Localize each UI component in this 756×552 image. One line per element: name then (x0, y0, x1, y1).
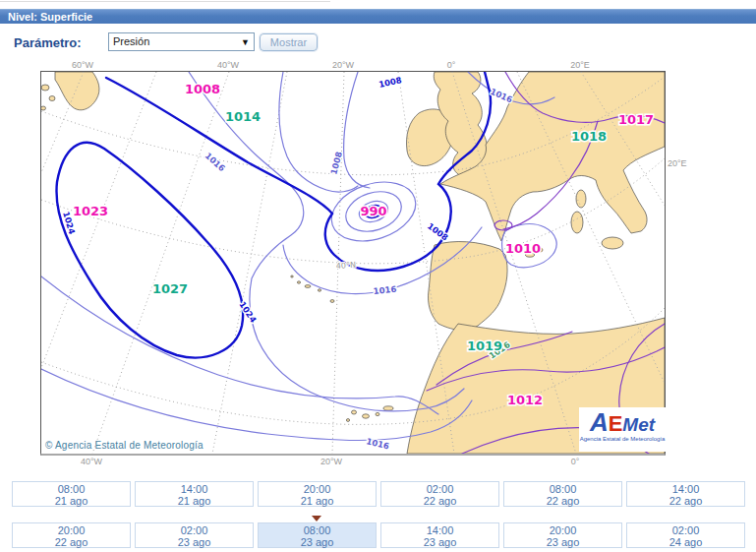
chevron-down-icon: ▼ (241, 33, 250, 51)
land-sicily (602, 237, 623, 249)
parameter-label: Parámetro: (14, 35, 82, 50)
axis-bottom-40w: 40°W (70, 457, 113, 466)
center-1010: 1010 (505, 241, 541, 256)
time-cell-2[interactable]: 20:0021 ago (258, 481, 377, 507)
axis-top-20e: 20°E (558, 60, 602, 70)
axis-bottom-0: 0° (553, 457, 597, 466)
center-1014: 1014 (225, 109, 261, 124)
time-cell-0[interactable]: 08:0021 ago (12, 481, 131, 507)
axis-right-20e: 20°E (664, 158, 707, 168)
time-cell-9[interactable]: 14:0023 ago (380, 522, 499, 548)
top-divider (0, 1, 330, 2)
parameter-select-value: Presión (113, 35, 149, 47)
time-cell-8-selected[interactable]: 08:0023 ago (258, 522, 377, 548)
center-1027: 1027 (152, 281, 188, 296)
time-cell-5[interactable]: 14:0022 ago (626, 481, 745, 507)
center-1012: 1012 (507, 393, 543, 407)
time-cell-6[interactable]: 20:0022 ago (12, 522, 131, 548)
axis-bottom-20w: 20°W (310, 457, 353, 466)
aemet-logo-caption: Agencia Estatal de Meteorología (579, 436, 666, 442)
pressure-map-canvas: 1024 1024 1008 1008 1008 1016 1016 1016 … (41, 72, 665, 454)
center-1017: 1017 (618, 112, 654, 127)
show-button[interactable]: Mostrar (260, 33, 318, 51)
level-title: Nivel: Superficie (8, 11, 92, 23)
time-cell-11[interactable]: 02:0024 ago (626, 522, 745, 548)
parameter-select[interactable]: Presión ▼ (108, 32, 255, 51)
axis-top-40w: 40°W (206, 60, 250, 70)
time-cell-1[interactable]: 14:0021 ago (135, 481, 254, 507)
axis-top-60w: 60°W (61, 60, 104, 70)
land-corsica (576, 190, 586, 208)
center-990: 990 (360, 204, 386, 218)
land-sardinia (571, 212, 583, 233)
time-cell-7[interactable]: 02:0023 ago (135, 522, 254, 548)
copyright-text: © Agencia Estatal de Meteorología (45, 440, 204, 451)
level-title-bar: Nivel: Superficie (0, 9, 756, 24)
time-cell-3[interactable]: 02:0022 ago (380, 481, 499, 507)
pressure-map: 1024 1024 1008 1008 1008 1016 1016 1016 … (40, 71, 666, 456)
time-cell-4[interactable]: 08:0022 ago (503, 481, 622, 507)
selected-time-marker-icon (312, 516, 321, 521)
axis-top-0: 0° (430, 60, 473, 70)
center-1008: 1008 (185, 82, 220, 96)
center-1018: 1018 (571, 129, 607, 144)
center-1023: 1023 (73, 204, 108, 218)
aemet-logo: AEMet Agencia Estatal de Meteorología (579, 407, 666, 452)
center-1019: 1019 (467, 338, 502, 353)
lat-40n-label: 40°N (336, 261, 357, 271)
axis-top-20w: 20°W (321, 60, 365, 70)
time-cell-10[interactable]: 20:0023 ago (503, 522, 622, 548)
